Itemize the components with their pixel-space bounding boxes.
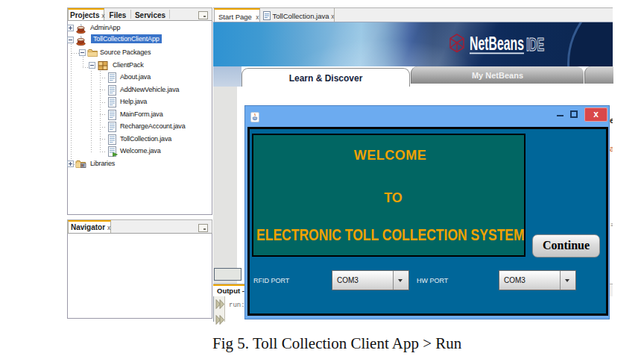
svg-text:IDE: IDE: [526, 34, 544, 54]
svg-text:NetBeans: NetBeans: [470, 33, 524, 54]
